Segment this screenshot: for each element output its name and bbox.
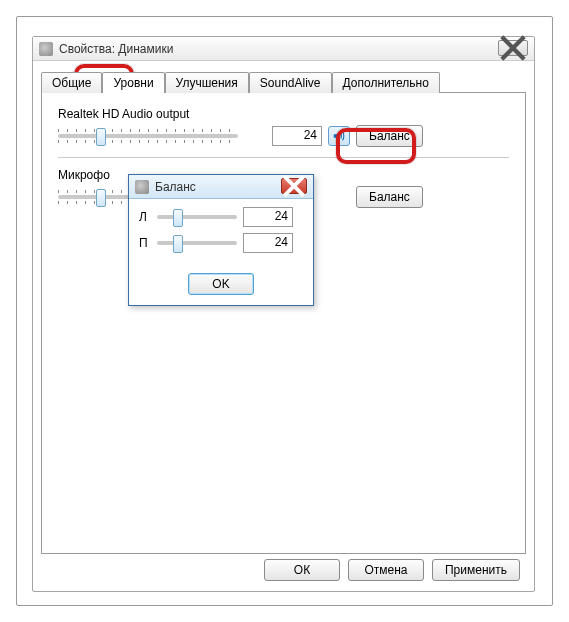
balance-right-row: П 24 xyxy=(139,233,303,253)
popup-close-button[interactable] xyxy=(281,178,307,194)
output-value[interactable]: 24 xyxy=(272,126,322,146)
properties-window: Свойства: Динамики Общие Уровни Улучшени… xyxy=(32,36,535,592)
output-slider[interactable] xyxy=(58,134,238,138)
balance-left-thumb[interactable] xyxy=(173,209,183,227)
mute-button[interactable] xyxy=(328,126,350,146)
output-label: Realtek HD Audio output xyxy=(58,107,509,121)
balance-right-slider[interactable] xyxy=(157,241,237,245)
balance-right-value[interactable]: 24 xyxy=(243,233,293,253)
apply-button[interactable]: Применить xyxy=(432,559,520,581)
balance-right-label: П xyxy=(139,236,151,250)
tab-general[interactable]: Общие xyxy=(41,72,102,93)
tab-enhancements[interactable]: Улучшения xyxy=(165,72,249,93)
window-title: Свойства: Динамики xyxy=(59,42,173,56)
tab-strip: Общие Уровни Улучшения SoundAlive Дополн… xyxy=(41,71,526,92)
mic-slider-thumb[interactable] xyxy=(96,189,106,207)
output-balance-button[interactable]: Баланс xyxy=(356,125,423,147)
close-icon xyxy=(499,34,527,62)
speaker-icon xyxy=(135,180,149,194)
tab-soundalive[interactable]: SoundAlive xyxy=(249,72,332,93)
balance-left-row: Л 24 xyxy=(139,207,303,227)
output-slider-thumb[interactable] xyxy=(96,128,106,146)
popup-footer: OK xyxy=(129,267,313,305)
popup-body: Л 24 П 24 xyxy=(129,199,313,267)
divider xyxy=(58,157,509,158)
tab-levels[interactable]: Уровни xyxy=(102,72,164,93)
ok-button[interactable]: ОК xyxy=(264,559,340,581)
balance-left-slider[interactable] xyxy=(157,215,237,219)
dialog-footer: ОК Отмена Применить xyxy=(264,559,520,581)
balance-right-thumb[interactable] xyxy=(173,235,183,253)
tab-advanced[interactable]: Дополнительно xyxy=(332,72,440,93)
close-button[interactable] xyxy=(498,40,528,56)
popup-ok-button[interactable]: OK xyxy=(188,273,254,295)
balance-left-value[interactable]: 24 xyxy=(243,207,293,227)
levels-panel: Realtek HD Audio output 24 Баланс Микроф… xyxy=(41,92,526,554)
popup-title-bar: Баланс xyxy=(129,175,313,199)
close-icon xyxy=(282,174,306,198)
cancel-button[interactable]: Отмена xyxy=(348,559,424,581)
balance-popup: Баланс Л 24 П 24 OK xyxy=(128,174,314,306)
title-bar: Свойства: Динамики xyxy=(33,37,534,61)
balance-left-label: Л xyxy=(139,210,151,224)
popup-title: Баланс xyxy=(155,180,196,194)
output-row: 24 Баланс xyxy=(58,125,509,147)
mic-balance-button[interactable]: Баланс xyxy=(356,186,423,208)
speaker-volume-icon xyxy=(332,129,346,143)
speaker-icon xyxy=(39,42,53,56)
